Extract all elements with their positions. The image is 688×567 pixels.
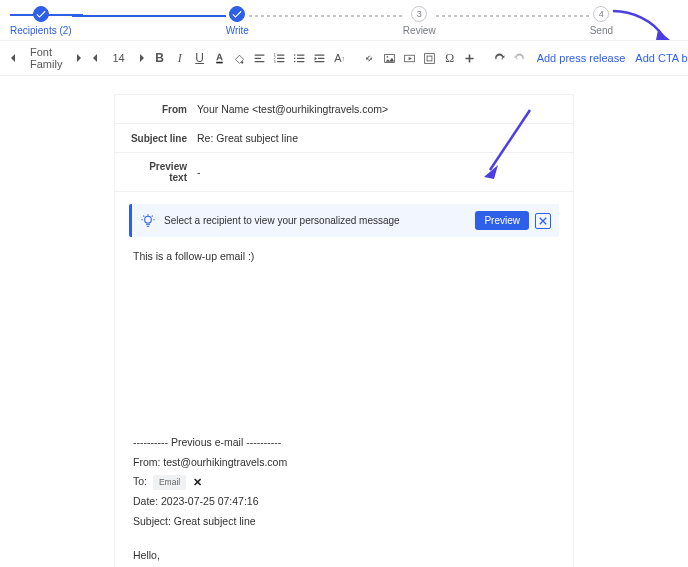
wizard-stepper: Recipients (2) Write 3 Review 4 Send xyxy=(10,0,678,40)
text-color-button[interactable] xyxy=(211,48,229,68)
preview-button[interactable]: Preview xyxy=(475,211,529,230)
add-press-release-link[interactable]: Add press release xyxy=(533,50,630,66)
editor-toolbar: Font Family 14 B I U 123 A↑ Ω Add press … xyxy=(0,40,688,76)
font-size-select[interactable]: 14 xyxy=(108,52,128,64)
indent-button[interactable] xyxy=(311,48,329,68)
svg-point-11 xyxy=(145,216,152,223)
subject-label: Subject line xyxy=(129,133,197,144)
list-bullet-button[interactable] xyxy=(291,48,309,68)
email-compose-panel: From Your Name <test@ourhikingtravels.co… xyxy=(114,94,574,567)
prev-date: Date: 2023-07-25 07:47:16 xyxy=(133,494,555,510)
svg-point-3 xyxy=(294,54,296,56)
image-button[interactable] xyxy=(381,48,399,68)
step-review[interactable]: 3 Review xyxy=(403,6,436,36)
align-button[interactable] xyxy=(251,48,269,68)
remove-chip-icon[interactable]: ✕ xyxy=(192,477,203,488)
svg-point-4 xyxy=(294,57,296,59)
redo-button[interactable] xyxy=(511,48,529,68)
svg-rect-9 xyxy=(425,53,435,63)
font-size-increase-button[interactable]: A↑ xyxy=(331,48,349,68)
svg-rect-10 xyxy=(427,56,432,61)
svg-point-5 xyxy=(294,60,296,62)
undo-button[interactable] xyxy=(491,48,509,68)
email-pill: Email xyxy=(153,475,186,490)
font-family-select[interactable]: Font Family xyxy=(26,46,66,70)
banner-text: Select a recipient to view your personal… xyxy=(164,215,475,226)
lightbulb-icon xyxy=(140,213,156,229)
font-size-next-icon[interactable] xyxy=(131,48,149,68)
font-family-next-icon[interactable] xyxy=(68,48,86,68)
body-hello: Hello, xyxy=(133,548,555,564)
prev-subject: Subject: Great subject line xyxy=(133,514,555,530)
svg-text:3: 3 xyxy=(274,59,276,63)
svg-point-7 xyxy=(387,56,389,58)
font-family-prev-icon[interactable] xyxy=(6,48,24,68)
from-value[interactable]: Your Name <test@ourhikingtravels.com> xyxy=(197,103,388,115)
preview-text-value[interactable]: - xyxy=(197,166,201,178)
from-row: From Your Name <test@ourhikingtravels.co… xyxy=(115,95,573,124)
link-button[interactable] xyxy=(361,48,379,68)
step-recipients[interactable]: Recipients (2) xyxy=(10,6,72,36)
font-size-prev-icon[interactable] xyxy=(88,48,106,68)
email-body-editor[interactable]: This is a follow-up email :) ---------- … xyxy=(115,245,573,567)
insert-more-button[interactable] xyxy=(461,48,479,68)
bg-color-button[interactable] xyxy=(231,48,249,68)
banner-close-button[interactable] xyxy=(535,213,551,229)
video-button[interactable] xyxy=(401,48,419,68)
body-followup: This is a follow-up email :) xyxy=(133,249,555,265)
prev-from: From: test@ourhikingtravels.com xyxy=(133,455,555,471)
preview-text-row: Preview text - xyxy=(115,153,573,192)
preview-text-label: Preview text xyxy=(129,161,197,183)
prev-separator: ---------- Previous e-mail ---------- xyxy=(133,435,555,451)
subject-value[interactable]: Re: Great subject line xyxy=(197,132,298,144)
special-char-button[interactable]: Ω xyxy=(441,48,459,68)
underline-button[interactable]: U xyxy=(191,48,209,68)
bold-button[interactable]: B xyxy=(151,48,169,68)
personalize-info-banner: Select a recipient to view your personal… xyxy=(129,204,559,237)
step-write[interactable]: Write xyxy=(226,6,249,36)
prev-to: To: Email ✕ xyxy=(133,474,555,490)
italic-button[interactable]: I xyxy=(171,48,189,68)
attach-button[interactable] xyxy=(421,48,439,68)
step-send[interactable]: 4 Send xyxy=(590,6,613,36)
subject-row: Subject line Re: Great subject line xyxy=(115,124,573,153)
add-cta-button-link[interactable]: Add CTA button xyxy=(631,50,688,66)
list-numbered-button[interactable]: 123 xyxy=(271,48,289,68)
from-label: From xyxy=(129,104,197,115)
